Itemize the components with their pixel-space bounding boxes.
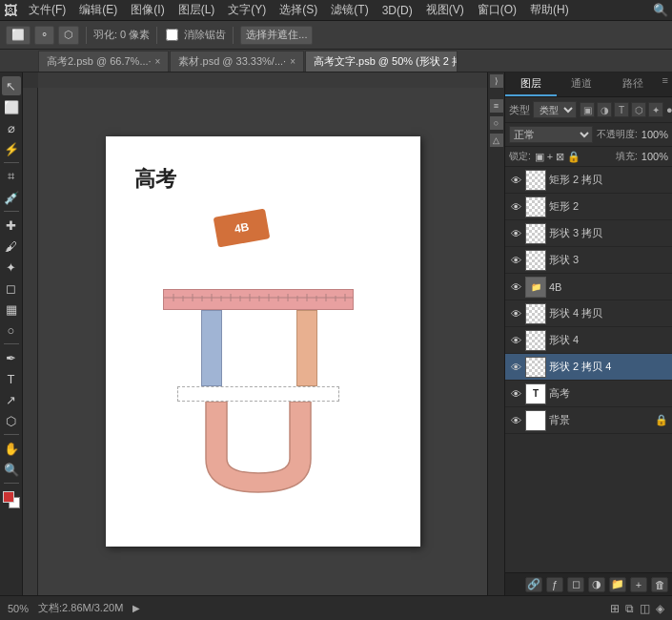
tool-dodge[interactable]: ○ xyxy=(2,320,21,340)
zoom-level[interactable]: 50% xyxy=(8,603,29,614)
layer-visibility-toggle[interactable]: 👁 xyxy=(509,200,522,214)
toolbar-marquee-btn[interactable]: ⬜ xyxy=(6,26,31,45)
filter-adj-icon[interactable]: ◑ xyxy=(597,102,612,117)
layer-visibility-toggle[interactable]: 👁 xyxy=(509,254,522,267)
side-icon-1[interactable]: ⟩ xyxy=(490,74,503,88)
filter-smart-icon[interactable]: ✦ xyxy=(648,102,663,117)
menu-select[interactable]: 选择(S) xyxy=(274,0,323,20)
menu-file[interactable]: 文件(F) xyxy=(23,0,71,20)
layer-item[interactable]: 👁形状 4 xyxy=(505,327,672,354)
panel-tab-layers[interactable]: 图层 xyxy=(505,72,557,96)
layer-visibility-toggle[interactable]: 👁 xyxy=(509,227,522,240)
filter-shape-icon[interactable]: ⬡ xyxy=(631,102,646,117)
layer-visibility-toggle[interactable]: 👁 xyxy=(509,307,522,320)
layer-item[interactable]: 👁T高考 xyxy=(505,381,672,407)
panel-menu-icon[interactable]: ≡ xyxy=(659,72,672,96)
layer-item[interactable]: 👁形状 3 拷贝 xyxy=(505,220,672,247)
filter-toggle[interactable]: ● xyxy=(666,104,672,115)
filter-pixel-icon[interactable]: ▣ xyxy=(580,102,595,117)
tool-text[interactable]: T xyxy=(2,369,21,388)
lock-artboard-icon[interactable]: ⊠ xyxy=(556,151,564,163)
tool-pen[interactable]: ✒ xyxy=(2,348,21,367)
tab-0-close[interactable]: × xyxy=(155,56,161,67)
layers-icon[interactable]: ◫ xyxy=(640,602,650,615)
side-icon-4[interactable]: △ xyxy=(490,134,503,147)
layer-visibility-toggle[interactable]: 👁 xyxy=(509,361,522,374)
tool-zoom[interactable]: 🔍 xyxy=(2,460,21,479)
tool-clone[interactable]: ✦ xyxy=(2,258,21,277)
tool-crop[interactable]: ⌗ xyxy=(2,167,21,186)
layer-item[interactable]: 👁形状 2 拷贝 4 xyxy=(505,354,672,381)
layer-visibility-toggle[interactable]: 👁 xyxy=(509,414,522,427)
layer-item[interactable]: 👁形状 4 拷贝 xyxy=(505,300,672,327)
menu-image[interactable]: 图像(I) xyxy=(125,0,170,20)
side-icon-2[interactable]: ≡ xyxy=(490,99,503,113)
select-mask-btn[interactable]: 选择并遮住... xyxy=(240,26,313,45)
lock-all-icon[interactable]: 🔒 xyxy=(567,151,580,163)
tool-eyedropper[interactable]: 💉 xyxy=(2,188,21,207)
tool-marquee[interactable]: ⬜ xyxy=(2,97,21,116)
layer-item[interactable]: 👁形状 3 xyxy=(505,247,672,274)
group-btn[interactable]: 📁 xyxy=(609,577,626,592)
tool-magic-wand[interactable]: ⚡ xyxy=(2,139,21,158)
tool-move[interactable]: ↖ xyxy=(2,76,21,95)
canvas-area[interactable]: /* ticks drawn inline */ 高考 4B xyxy=(23,72,487,595)
tool-path-select[interactable]: ↗ xyxy=(2,390,21,409)
tool-eraser[interactable]: ◻ xyxy=(2,279,21,298)
filter-type-select[interactable]: 类型 xyxy=(533,101,577,118)
color-swatches[interactable] xyxy=(3,491,20,508)
blend-mode-select[interactable]: 正常 xyxy=(509,126,593,143)
lock-position-icon[interactable]: + xyxy=(547,151,553,162)
layer-item[interactable]: 👁背景🔒 xyxy=(505,407,672,434)
layer-style-btn[interactable]: ƒ xyxy=(546,577,563,592)
new-layer-btn[interactable]: + xyxy=(630,577,647,592)
layer-mask-btn[interactable]: ◻ xyxy=(567,577,584,592)
grid-icon[interactable]: ⊞ xyxy=(610,602,620,615)
side-icon-3[interactable]: ○ xyxy=(490,116,503,130)
tab-1-close[interactable]: × xyxy=(290,56,295,67)
canvas-document[interactable]: 高考 4B xyxy=(106,136,420,547)
fg-color-swatch[interactable] xyxy=(3,491,14,503)
antialiasing-checkbox[interactable] xyxy=(166,29,178,41)
menu-view[interactable]: 视图(V) xyxy=(420,0,470,20)
menu-layer[interactable]: 图层(L) xyxy=(173,0,221,20)
toolbar-ellipse-btn[interactable]: ⚬ xyxy=(34,26,54,45)
delete-layer-btn[interactable]: 🗑 xyxy=(651,577,668,592)
link-layers-btn[interactable]: 🔗 xyxy=(525,577,542,592)
menu-edit[interactable]: 编辑(E) xyxy=(73,0,123,20)
tab-2[interactable]: 高考文字.psb @ 50% (形状 2 拷贝 4, RGB/8#) * × xyxy=(305,51,458,72)
layer-item[interactable]: 👁📁4B xyxy=(505,274,672,300)
fill-value[interactable]: 100% xyxy=(641,151,668,162)
layer-visibility-toggle[interactable]: 👁 xyxy=(509,280,522,294)
arrange-icon[interactable]: ⧉ xyxy=(625,602,634,615)
tool-gradient[interactable]: ▦ xyxy=(2,300,21,319)
layer-visibility-toggle[interactable]: 👁 xyxy=(509,174,522,187)
menu-filter[interactable]: 滤镜(T) xyxy=(325,0,374,20)
tool-brush[interactable]: 🖌 xyxy=(2,237,21,256)
tool-healing[interactable]: ✚ xyxy=(2,216,21,235)
toolbar-lasso-btn[interactable]: ⬡ xyxy=(58,26,79,45)
menu-3d[interactable]: 3D(D) xyxy=(377,2,418,19)
canvas-background[interactable]: 高考 4B xyxy=(38,88,487,595)
color-icon[interactable]: ◈ xyxy=(656,602,664,615)
tab-1[interactable]: 素材.psd @ 33.33%/...· × xyxy=(170,51,304,72)
lock-pixel-icon[interactable]: ▣ xyxy=(535,151,544,163)
tab-0[interactable]: 高考2.psb @ 66.7%...· × xyxy=(38,51,169,72)
tool-hand[interactable]: ✋ xyxy=(2,439,21,458)
adjustment-btn[interactable]: ◑ xyxy=(588,577,605,592)
panel-tab-paths[interactable]: 路径 xyxy=(607,72,659,96)
layer-visibility-toggle[interactable]: 👁 xyxy=(509,387,522,401)
search-icon[interactable]: 🔍 xyxy=(653,3,668,17)
tool-shape[interactable]: ⬡ xyxy=(2,411,21,430)
opacity-value[interactable]: 100% xyxy=(641,129,668,140)
tool-lasso[interactable]: ⌀ xyxy=(2,118,21,137)
menu-help[interactable]: 帮助(H) xyxy=(524,0,575,20)
panel-tab-channels[interactable]: 通道 xyxy=(557,72,608,96)
layer-visibility-toggle[interactable]: 👁 xyxy=(509,334,522,347)
arrow-icon[interactable]: ▶ xyxy=(132,603,140,613)
layer-item[interactable]: 👁矩形 2 拷贝 xyxy=(505,167,672,194)
filter-text-icon[interactable]: T xyxy=(614,102,629,117)
layer-item[interactable]: 👁矩形 2 xyxy=(505,194,672,220)
menu-text[interactable]: 文字(Y) xyxy=(222,0,272,20)
menu-window[interactable]: 窗口(O) xyxy=(472,0,522,20)
